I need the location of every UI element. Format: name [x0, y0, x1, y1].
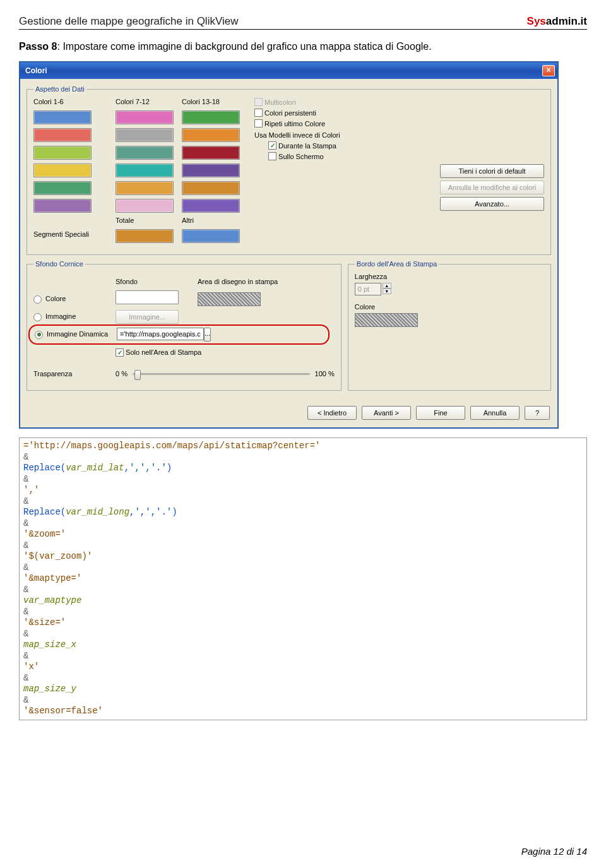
totale-label: Totale — [116, 217, 182, 225]
multicolor-checkbox — [254, 98, 263, 106]
help-button[interactable]: ? — [525, 406, 550, 420]
code-block: ='http://maps.googleapis.com/maps/api/st… — [19, 437, 587, 720]
print-area-only-checkbox[interactable] — [116, 348, 124, 357]
col1-title: Colori 1-6 — [33, 98, 116, 107]
altri-label: Altri — [182, 217, 248, 225]
color-swatch[interactable] — [33, 181, 92, 195]
image-radio[interactable] — [33, 313, 42, 321]
col2-title: Colori 7-12 — [116, 98, 182, 107]
undo-colors-button: Annulla le modifiche ai colori — [440, 181, 544, 194]
print-area-only-label: Solo nell'Area di Stampa — [126, 348, 201, 356]
multicolor-label: Multicolori — [264, 98, 296, 106]
color-swatch[interactable] — [182, 181, 240, 195]
pct-100: 100 % — [315, 370, 335, 378]
close-icon[interactable]: × — [542, 65, 555, 76]
transparency-slider[interactable] — [133, 373, 310, 375]
screen-checkbox[interactable] — [268, 152, 276, 160]
color-swatch[interactable] — [116, 163, 174, 177]
page-footer: Pagina 12 di 14 — [521, 846, 587, 857]
spinner-down-icon[interactable]: ▼ — [383, 288, 391, 294]
bgcolor-swatch[interactable] — [116, 290, 179, 304]
color-swatch[interactable] — [33, 146, 92, 160]
cancel-button[interactable]: Annulla — [470, 406, 520, 420]
color-swatch[interactable] — [116, 181, 174, 195]
width-input[interactable] — [355, 283, 381, 295]
width-label: Larghezza — [355, 273, 544, 280]
finish-button[interactable]: Fine — [416, 406, 465, 420]
color-swatch[interactable] — [116, 229, 174, 243]
spinner-up-icon[interactable]: ▲ — [383, 283, 391, 288]
back-button[interactable]: < Indietro — [307, 406, 357, 420]
color-swatch[interactable] — [116, 146, 174, 160]
color-swatch[interactable] — [182, 163, 240, 177]
area-swatch[interactable] — [198, 292, 261, 306]
sfondo-group: Sfondo Cornice Sfondo Area di disegno in… — [27, 260, 342, 391]
color-swatch[interactable] — [182, 128, 240, 142]
sfondo-legend: Sfondo Cornice — [33, 260, 85, 268]
color-swatch[interactable] — [33, 128, 92, 142]
dialog-title: Colori — [25, 66, 542, 75]
repeat-label: Ripeti ultimo Colore — [264, 120, 325, 128]
color-swatch[interactable] — [33, 110, 92, 124]
default-colors-button[interactable]: Tieni i colori di default — [440, 164, 544, 178]
border-color-swatch[interactable] — [355, 313, 418, 327]
pct-0: 0 % — [116, 370, 128, 378]
color-swatch[interactable] — [182, 199, 240, 213]
print-checkbox[interactable] — [268, 141, 276, 150]
bordo-group: Bordo dell'Area di Stampa Larghezza ▲▼ C… — [348, 260, 551, 391]
advanced-button[interactable]: Avanzato... — [440, 197, 544, 211]
repeat-checkbox[interactable] — [254, 119, 263, 128]
persistent-checkbox[interactable] — [254, 109, 263, 117]
intro-text: Passo 8: Impostare come immagine di back… — [19, 41, 587, 52]
color-swatch[interactable] — [182, 110, 240, 124]
colors-dialog: Colori × Aspetto dei Dati Colori 1-6 — [19, 61, 559, 429]
color-swatch[interactable] — [182, 229, 240, 243]
header-left: Gestione delle mappe geografiche in Qlik… — [19, 15, 238, 28]
aspetto-legend: Aspetto dei Dati — [33, 85, 86, 93]
color-swatch[interactable] — [116, 199, 174, 213]
color-swatch[interactable] — [33, 163, 92, 177]
print-label: Durante la Stampa — [278, 142, 336, 150]
screen-label: Sullo Schermo — [278, 153, 324, 160]
color-swatch[interactable] — [33, 199, 92, 213]
next-button[interactable]: Avanti > — [362, 406, 411, 420]
color-radio[interactable] — [33, 295, 42, 304]
dynamic-image-radio[interactable] — [35, 331, 43, 339]
transparency-label: Trasparenza — [33, 370, 116, 378]
slider-thumb[interactable] — [134, 370, 141, 380]
dialog-footer: < Indietro Avanti > Fine Annulla ? — [20, 400, 557, 427]
header-right: Sysadmin.it — [527, 15, 587, 28]
models-label: Usa Modelli invece di Colori — [254, 131, 544, 139]
aspetto-group: Aspetto dei Dati Colori 1-6 Segmenti Spe… — [27, 85, 551, 255]
persistent-label: Colori persistenti — [264, 109, 316, 117]
bordo-legend: Bordo dell'Area di Stampa — [355, 260, 439, 268]
expression-button[interactable]: ... — [204, 328, 211, 342]
image-button: Immagine... — [116, 310, 179, 324]
page-header: Gestione delle mappe geografiche in Qlik… — [19, 15, 587, 30]
col3-title: Colori 13-18 — [182, 98, 248, 107]
color-label: Colore — [355, 303, 544, 311]
dynamic-image-input[interactable] — [117, 328, 204, 340]
segmenti-label: Segmenti Speciali — [33, 230, 116, 238]
color-swatch[interactable] — [116, 128, 174, 142]
dialog-titlebar[interactable]: Colori × — [20, 62, 557, 79]
width-spinner[interactable]: ▲▼ — [355, 283, 544, 295]
sfondo-header: Sfondo — [116, 278, 198, 285]
area-header: Area di disegno in stampa — [198, 278, 335, 285]
color-swatch[interactable] — [116, 110, 174, 124]
color-swatch[interactable] — [182, 146, 240, 160]
